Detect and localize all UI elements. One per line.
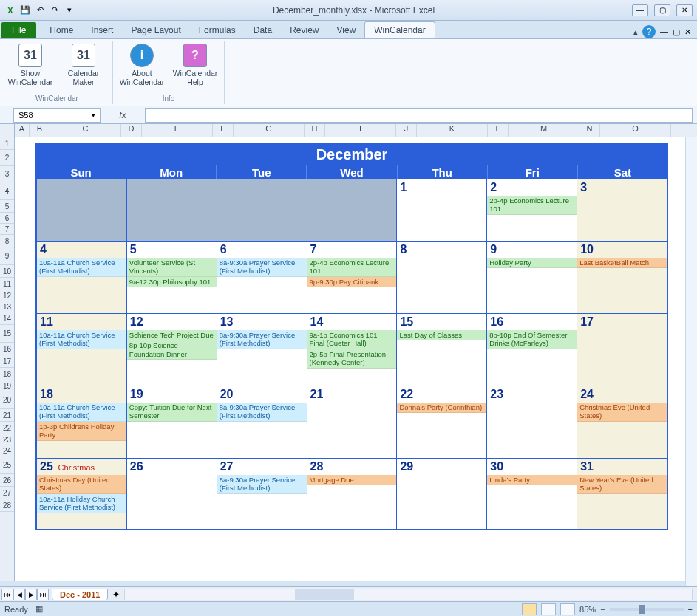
worksheet-grid[interactable]: 1234567891011121314151617181920212223242… [0, 137, 697, 581]
zoom-out-icon[interactable]: − [600, 605, 605, 614]
calendar-day[interactable]: 22Donna's Party (Corinthian) [397, 386, 487, 459]
row-header[interactable]: 12 [0, 290, 14, 301]
calendar-day[interactable]: 19Copy: Tuition Due for Next Semester [127, 386, 217, 459]
calendar-day[interactable]: 21 [307, 386, 398, 459]
row-header[interactable]: 8 [0, 235, 14, 247]
row-header[interactable]: 25 [0, 456, 14, 474]
row-header[interactable]: 9 [0, 247, 14, 265]
calendar-day[interactable]: 23 [487, 386, 577, 459]
calendar-event[interactable]: 8a-9:30a Prayer Service (First Methodist… [217, 258, 307, 277]
calendar-day[interactable]: 17 [577, 314, 667, 386]
calendar-day[interactable]: 15Last Day of Classes [397, 314, 487, 386]
new-sheet-icon[interactable]: ✦ [112, 589, 120, 600]
undo-icon[interactable]: ↶ [34, 4, 46, 16]
row-header[interactable]: 17 [0, 355, 14, 368]
calendar-day[interactable]: 149a-1p Economics 101 Final (Cueter Hall… [307, 314, 398, 386]
row-header[interactable]: 14 [0, 312, 14, 325]
redo-icon[interactable]: ↷ [49, 4, 61, 16]
calendar-event[interactable]: 1p-3p Childrens Holiday Party [37, 422, 126, 441]
column-header[interactable]: E [142, 124, 213, 137]
calendar-event[interactable]: 10a-11a Church Service (First Methodist) [37, 403, 126, 422]
column-header[interactable]: C [50, 124, 121, 137]
calendar-event[interactable]: Mortgage Due [307, 475, 397, 485]
vertical-scrollbar[interactable] [685, 137, 697, 586]
macro-record-icon[interactable]: ▦ [35, 604, 43, 614]
calendar-event[interactable]: 8p-10p Science Foundation Dinner [127, 340, 217, 360]
calendar-day[interactable]: 138a-9:30a Prayer Service (First Methodi… [217, 314, 307, 386]
calendar-day[interactable]: 26 [127, 459, 217, 530]
tab-formulas[interactable]: Formulas [190, 22, 245, 38]
calendar-day[interactable]: 168p-10p End Of Semester Drinks (McFarle… [487, 314, 577, 386]
calendar-event[interactable]: Donna's Party (Corinthian) [397, 403, 486, 413]
calendar-day[interactable]: 5Volunteer Service (St Vincents)9a-12:30… [127, 242, 217, 314]
name-box[interactable]: S58 ▾ [13, 108, 101, 123]
sheet-tab[interactable]: Dec - 2011 [52, 589, 108, 600]
calendar-event[interactable]: Volunteer Service (St Vincents) [127, 258, 217, 277]
calendar-event[interactable]: 10a-11a Holiday Church Service (First Me… [37, 494, 126, 513]
row-header[interactable]: 2 [0, 150, 14, 166]
row-header[interactable]: 28 [0, 499, 14, 512]
maximize-button[interactable]: ▢ [654, 4, 670, 16]
calendar-event[interactable]: 10a-11a Church Service (First Methodist) [37, 258, 126, 277]
column-header[interactable]: B [30, 124, 50, 137]
calendar-event[interactable]: Copy: Tuition Due for Next Semester [127, 403, 217, 422]
tab-review[interactable]: Review [281, 22, 327, 38]
calendar-event[interactable]: Linda's Party [487, 475, 577, 485]
column-header[interactable]: I [325, 124, 396, 137]
close-button[interactable]: ✕ [676, 4, 693, 16]
calendar-day[interactable]: 10Last BasketBall Match [577, 242, 667, 314]
row-header[interactable]: 10 [0, 265, 14, 278]
qat-dropdown-icon[interactable]: ▾ [64, 4, 75, 16]
row-header[interactable]: 26 [0, 474, 14, 487]
row-header[interactable]: 19 [0, 380, 14, 391]
minimize-button[interactable]: — [632, 4, 648, 16]
calendar-day[interactable]: 3 [577, 179, 667, 242]
calendar-event[interactable]: Last Day of Classes [397, 330, 486, 340]
row-header[interactable]: 23 [0, 434, 14, 445]
row-header[interactable]: 20 [0, 391, 14, 409]
zoom-slider[interactable] [610, 608, 684, 611]
tab-home[interactable]: Home [41, 22, 82, 38]
calendar-day[interactable] [217, 179, 307, 242]
column-header[interactable]: N [579, 124, 600, 137]
column-header[interactable]: G [234, 124, 305, 137]
calendar-event[interactable]: 9p-9:30p Pay Citibank [307, 277, 397, 287]
normal-view-button[interactable] [522, 603, 537, 615]
column-header[interactable]: K [417, 124, 488, 137]
calendar-event[interactable]: 9a-12:30p Philosophy 101 [127, 277, 217, 287]
name-box-dropdown-icon[interactable]: ▾ [92, 112, 95, 119]
calendar-day[interactable] [307, 179, 398, 242]
calendar-day[interactable]: 1810a-11a Church Service (First Methodis… [36, 386, 127, 459]
calendar-event[interactable]: 8p-10p End Of Semester Drinks (McFarleys… [487, 330, 577, 349]
row-header[interactable]: 3 [0, 166, 14, 182]
zoom-in-icon[interactable]: + [688, 605, 693, 614]
calendar-event[interactable]: 10a-11a Church Service (First Methodist) [37, 330, 126, 349]
save-icon[interactable]: 💾 [19, 4, 31, 16]
ribbon-button-show-wincalendar[interactable]: 31Show WinCalendar [7, 42, 53, 93]
calendar-day[interactable]: 9Holiday Party [487, 242, 577, 314]
calendar-day[interactable]: 28Mortgage Due [307, 459, 398, 530]
row-header[interactable]: 21 [0, 409, 14, 422]
calendar-event[interactable]: 9a-1p Economics 101 Final (Cueter Hall) [307, 330, 397, 349]
calendar-event[interactable]: 8a-9:30a Prayer Service (First Methodist… [217, 330, 307, 349]
fx-label[interactable]: fx [101, 110, 145, 120]
row-header[interactable]: 27 [0, 487, 14, 499]
calendar-day[interactable]: 31New Year's Eve (United States) [577, 459, 667, 530]
column-header[interactable]: O [600, 124, 671, 137]
row-header[interactable]: 13 [0, 301, 14, 312]
calendar-event[interactable]: Christmas Day (United States) [37, 475, 126, 494]
calendar-day[interactable]: 8 [397, 242, 487, 314]
sheet-area[interactable]: December SunMonTueWedThuFriSat 122p-4p E… [15, 137, 697, 581]
row-header[interactable]: 18 [0, 368, 14, 380]
row-header[interactable]: 4 [0, 182, 14, 200]
column-header[interactable]: J [396, 124, 417, 137]
calendar-day[interactable]: 29 [397, 459, 487, 530]
column-header[interactable]: F [213, 124, 234, 137]
tab-data[interactable]: Data [245, 22, 281, 38]
row-header[interactable]: 7 [0, 224, 14, 235]
calendar-event[interactable]: 2p-5p Final Presentation (Kennedy Center… [307, 349, 397, 369]
page-break-view-button[interactable] [560, 603, 575, 615]
row-header[interactable]: 22 [0, 422, 14, 434]
sheet-nav-first-icon[interactable]: ⏮ [1, 589, 13, 600]
column-header[interactable]: A [15, 124, 30, 137]
